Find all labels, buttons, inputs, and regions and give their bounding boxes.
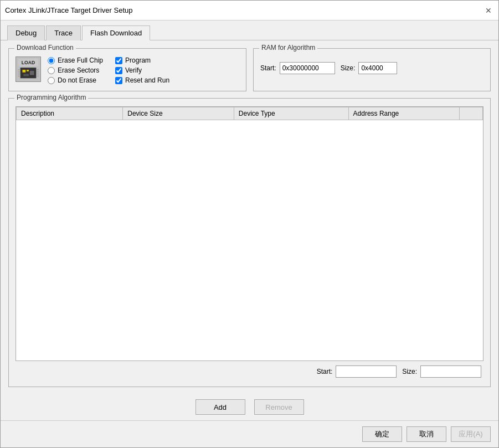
cancel-button[interactable]: 取消 — [407, 426, 446, 442]
svg-rect-9 — [36, 71, 39, 73]
algo-start-input[interactable] — [336, 365, 397, 378]
tab-debug[interactable]: Debug — [7, 25, 45, 40]
algo-size-label: Size: — [402, 368, 417, 375]
tab-flash-download[interactable]: Flash Download — [82, 25, 150, 40]
download-function-label: Download Function — [14, 44, 76, 52]
do-not-erase-radio[interactable] — [48, 77, 55, 84]
svg-rect-6 — [18, 74, 20, 75]
tab-bar: Debug Trace Flash Download — [1, 20, 498, 40]
ram-size-label: Size: — [341, 64, 356, 72]
reset-and-run-checkbox-label[interactable]: Reset and Run — [115, 76, 169, 84]
verify-checkbox-label[interactable]: Verify — [115, 66, 169, 74]
svg-rect-11 — [36, 75, 39, 76]
ram-size-field: Size: — [341, 62, 398, 74]
add-button[interactable]: Add — [196, 399, 245, 415]
ram-start-input[interactable] — [280, 62, 335, 74]
erase-full-chip-radio[interactable] — [48, 57, 55, 64]
algo-size-input[interactable] — [420, 365, 481, 378]
prog-algo-content: Description Device Size Device Type Addr… — [16, 106, 483, 380]
col-device-size: Device Size — [123, 107, 234, 120]
algo-bottom-fields: Start: Size: — [16, 361, 483, 380]
download-function-inner: LOAD — [16, 56, 239, 84]
algo-table-container: Description Device Size Device Type Addr… — [16, 106, 483, 361]
algo-table: Description Device Size Device Type Addr… — [16, 107, 483, 120]
ram-size-input[interactable] — [358, 62, 397, 74]
col-description: Description — [17, 107, 123, 120]
svg-rect-5 — [18, 71, 20, 73]
load-icon-svg: LOAD — [16, 57, 41, 81]
program-checkbox[interactable] — [115, 57, 122, 64]
prog-algo-label: Programming Algorithm — [14, 94, 88, 101]
tab-content: Download Function LOAD — [1, 40, 498, 420]
svg-rect-4 — [18, 69, 20, 70]
col-extra — [459, 107, 482, 120]
col-address-range: Address Range — [348, 107, 459, 120]
title-bar: Cortex JLink/JTrace Target Driver Setup … — [1, 1, 498, 20]
svg-rect-8 — [36, 69, 39, 70]
algo-start-label: Start: — [317, 368, 333, 375]
svg-rect-14 — [23, 74, 29, 76]
algo-size-field: Size: — [402, 365, 481, 378]
ram-fields: Start: Size: — [260, 62, 483, 74]
footer: 确定 取消 应用(A) — [1, 420, 498, 447]
download-function-group: Download Function LOAD — [8, 48, 246, 91]
do-not-erase-option[interactable]: Do not Erase — [48, 76, 103, 84]
erase-full-chip-option[interactable]: Erase Full Chip — [48, 56, 103, 64]
algo-start-field: Start: — [317, 365, 397, 378]
ram-for-algorithm-group: RAM for Algorithm Start: Size: — [253, 48, 491, 91]
erase-sectors-radio[interactable] — [48, 67, 55, 74]
svg-rect-15 — [30, 71, 34, 75]
apply-button[interactable]: 应用(A) — [451, 426, 491, 442]
svg-rect-10 — [36, 74, 39, 75]
ram-group-label: RAM for Algorithm — [259, 44, 317, 52]
close-button[interactable]: ✕ — [483, 5, 494, 16]
programming-algorithm-group: Programming Algorithm Description Device… — [8, 98, 491, 387]
col-device-type: Device Type — [234, 107, 348, 120]
top-row: Download Function LOAD — [8, 48, 491, 91]
tab-trace[interactable]: Trace — [46, 25, 81, 40]
svg-rect-13 — [27, 70, 29, 71]
ok-button[interactable]: 确定 — [362, 426, 402, 442]
svg-rect-7 — [18, 75, 20, 76]
remove-button[interactable]: Remove — [254, 399, 304, 415]
svg-text:LOAD: LOAD — [22, 60, 35, 65]
reset-and-run-checkbox[interactable] — [115, 77, 122, 84]
verify-checkbox[interactable] — [115, 67, 122, 74]
erase-options: Erase Full Chip Erase Sectors Do not Era… — [48, 56, 103, 84]
main-window: Cortex JLink/JTrace Target Driver Setup … — [0, 0, 499, 448]
svg-rect-12 — [22, 70, 25, 73]
table-header-row: Description Device Size Device Type Addr… — [17, 107, 483, 120]
ram-start-field: Start: — [260, 62, 335, 74]
add-remove-buttons: Add Remove — [8, 394, 491, 420]
window-title: Cortex JLink/JTrace Target Driver Setup — [5, 6, 132, 14]
erase-sectors-option[interactable]: Erase Sectors — [48, 66, 103, 74]
ram-start-label: Start: — [260, 64, 276, 72]
action-checkboxes: Program Verify Reset and Run — [115, 56, 169, 84]
program-checkbox-label[interactable]: Program — [115, 56, 169, 64]
load-icon: LOAD — [16, 56, 41, 82]
